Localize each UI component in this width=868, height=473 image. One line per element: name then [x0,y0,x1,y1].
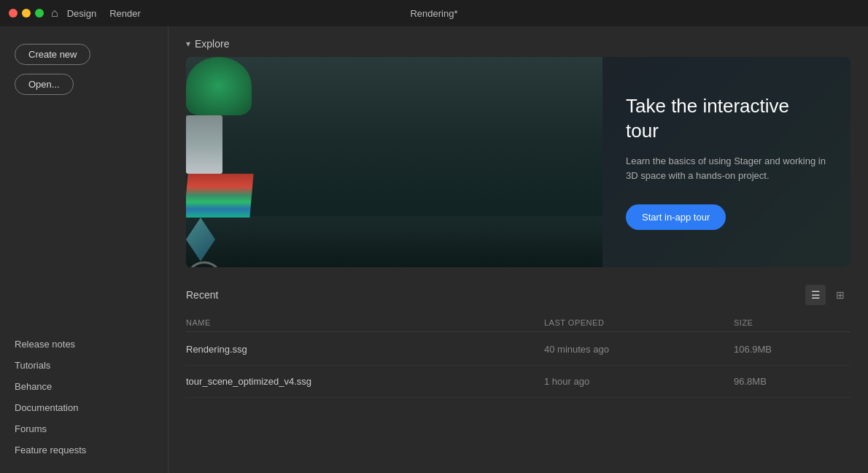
create-new-button[interactable]: Create new [15,44,90,65]
sidebar-item-tutorials[interactable]: Tutorials [15,360,153,371]
scene-books [186,174,254,218]
file-name: Rendering.ssg [186,344,544,355]
file-opened: 40 minutes ago [544,344,734,355]
recent-header: Recent ☰ ⊞ [186,285,850,305]
hero-right-panel: Take the interactive tour Learn the basi… [602,57,850,267]
sidebar-item-release-notes[interactable]: Release notes [15,339,153,350]
file-size: 106.9MB [734,344,850,355]
traffic-lights [9,9,44,18]
menu-render[interactable]: Render [109,8,141,19]
close-button[interactable] [9,9,18,18]
scene-plant-pot [186,115,222,174]
view-toggle: ☰ ⊞ [805,285,850,305]
list-view-button[interactable]: ☰ [805,285,826,305]
grid-view-button[interactable]: ⊞ [830,285,850,305]
window-title: Rendering* [410,8,457,19]
sidebar-item-feature-requests[interactable]: Feature requests [15,445,153,455]
content-area: ▾ Explore [168,26,868,473]
file-size: 96.8MB [734,376,850,387]
table-row[interactable]: tour_scene_optimized_v4.ssg 1 hour ago 9… [186,366,850,398]
hero-image [186,57,602,267]
file-name: tour_scene_optimized_v4.ssg [186,376,544,387]
chevron-down-icon[interactable]: ▾ [186,39,190,49]
scene-floor [186,216,602,267]
hero-scene [186,57,602,267]
recent-section: Recent ☰ ⊞ NAME LAST OPENED SIZE Renderi… [186,285,850,398]
explore-header: ▾ Explore [186,38,850,50]
sidebar-links: Release notes Tutorials Behance Document… [15,339,153,455]
col-header-opened: LAST OPENED [544,318,734,327]
file-opened: 1 hour ago [544,376,734,387]
table-header: NAME LAST OPENED SIZE [186,314,850,332]
menu-design[interactable]: Design [67,8,96,19]
maximize-button[interactable] [35,9,44,18]
home-icon[interactable]: ⌂ [51,7,58,20]
open-button[interactable]: Open... [15,74,74,95]
hero-subtext: Learn the basics of using Stager and wor… [626,154,827,185]
recent-title: Recent [186,289,218,301]
minimize-button[interactable] [22,9,31,18]
hero-heading: Take the interactive tour [626,94,827,144]
main-layout: Create new Open... Release notes Tutoria… [0,26,868,473]
scene-plant-leaves [186,57,252,115]
hero-banner: Take the interactive tour Learn the basi… [186,57,850,267]
menu-bar: Design Render [67,8,141,19]
table-row[interactable]: Rendering.ssg 40 minutes ago 106.9MB [186,334,850,366]
col-header-name: NAME [186,318,544,327]
sidebar-item-documentation[interactable]: Documentation [15,402,153,413]
title-bar: ⌂ Design Render Rendering* [0,0,868,26]
start-tour-button[interactable]: Start in-app tour [626,204,726,230]
explore-title: Explore [195,38,229,50]
col-header-size: SIZE [734,318,850,327]
sidebar-item-forums[interactable]: Forums [15,423,153,434]
sidebar: Create new Open... Release notes Tutoria… [0,26,168,473]
sidebar-item-behance[interactable]: Behance [15,381,153,392]
